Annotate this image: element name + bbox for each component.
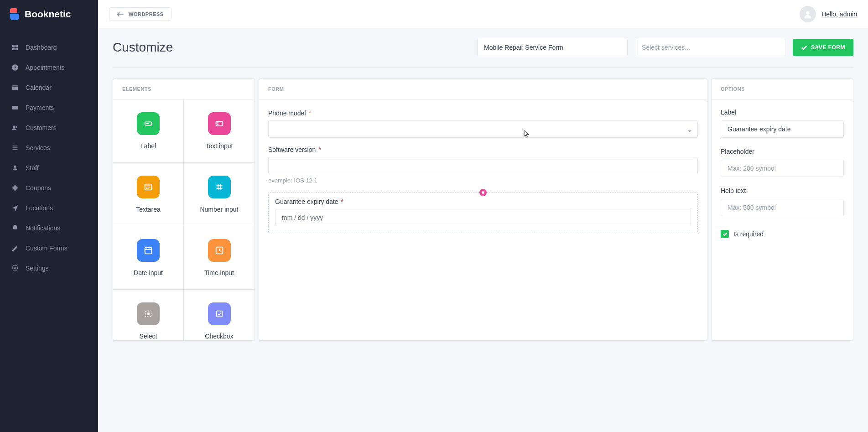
- textarea-icon: [137, 176, 160, 198]
- form-field-phone-model[interactable]: Phone model *: [268, 109, 698, 138]
- save-form-button[interactable]: SAVE FORM: [793, 39, 853, 56]
- option-helptext-label: Help text: [721, 187, 844, 194]
- element-time-input[interactable]: Time input: [184, 226, 255, 290]
- form-header: FORM: [259, 79, 707, 99]
- svg-point-3: [13, 125, 15, 128]
- services-select[interactable]: Select services...: [635, 39, 785, 56]
- sidebar-item-customers[interactable]: Customers: [0, 118, 98, 138]
- option-placeholder-label: Placeholder: [721, 148, 844, 155]
- option-helptext-input[interactable]: [721, 199, 844, 216]
- sidebar-item-custom-forms[interactable]: Custom Forms: [0, 238, 98, 258]
- form-panel: FORM Phone model *: [259, 78, 707, 341]
- text-input-icon: [208, 112, 231, 135]
- delete-field-button[interactable]: [479, 189, 487, 196]
- form-name-input[interactable]: [477, 39, 628, 56]
- nav-label: Appointments: [26, 64, 65, 71]
- nav-label: Locations: [26, 204, 53, 212]
- sidebar-item-dashboard[interactable]: Dashboard: [0, 37, 98, 57]
- elements-grid: Label Text input Textarea: [113, 99, 255, 340]
- svg-rect-16: [216, 311, 222, 317]
- option-label-input[interactable]: [721, 120, 844, 138]
- main-nav: Dashboard Appointments Calendar Payments…: [0, 28, 98, 278]
- user-greeting[interactable]: Hello, admin: [821, 10, 857, 18]
- panels-row: ELEMENTS Label Text input: [113, 78, 853, 341]
- sidebar-item-calendar[interactable]: Calendar: [0, 78, 98, 98]
- element-textarea[interactable]: Textarea: [113, 163, 184, 226]
- tile-label: Textarea: [136, 206, 161, 213]
- field-help-text: example: IOS 12.1: [268, 177, 698, 184]
- element-date-input[interactable]: Date input: [113, 226, 184, 290]
- tile-label: Text input: [206, 142, 233, 150]
- svg-point-7: [806, 11, 810, 14]
- back-arrow-icon: [117, 11, 124, 17]
- element-text-input[interactable]: Text input: [184, 99, 255, 163]
- field-label: Guarantee expiry date *: [275, 198, 691, 205]
- clock-icon: [11, 63, 19, 72]
- svg-rect-2: [12, 106, 18, 109]
- required-label: Is required: [733, 230, 764, 238]
- nav-label: Notifications: [26, 224, 60, 232]
- option-required-row: Is required: [721, 230, 844, 238]
- wp-label: WORDPRESS: [129, 11, 164, 17]
- required-checkbox[interactable]: [721, 230, 729, 238]
- svg-rect-15: [147, 312, 150, 315]
- page-header: Customize Select services... SAVE FORM: [113, 39, 853, 68]
- sidebar-item-staff[interactable]: Staff: [0, 158, 98, 178]
- coupons-icon: [11, 184, 19, 192]
- customers-icon: [11, 124, 19, 132]
- content: Customize Select services... SAVE FORM E…: [98, 28, 868, 432]
- elements-body[interactable]: Label Text input Textarea: [113, 99, 255, 340]
- save-label: SAVE FORM: [811, 44, 845, 51]
- option-label-label: Label: [721, 109, 844, 116]
- services-placeholder: Select services...: [642, 44, 690, 51]
- elements-header: ELEMENTS: [113, 79, 255, 99]
- field-label: Software version *: [268, 146, 698, 153]
- user-icon: [803, 9, 813, 19]
- field-input[interactable]: [275, 209, 691, 226]
- label-icon: [137, 112, 160, 135]
- nav-label: Settings: [26, 265, 49, 272]
- element-checkbox[interactable]: Checkbox: [184, 290, 255, 340]
- sidebar-item-settings[interactable]: Settings: [0, 258, 98, 278]
- services-icon: [11, 144, 19, 152]
- element-select[interactable]: Select: [113, 290, 184, 340]
- option-label-group: Label: [721, 109, 844, 138]
- form-field-software-version[interactable]: Software version * example: IOS 12.1: [268, 146, 698, 184]
- staff-icon: [11, 164, 19, 172]
- nav-label: Coupons: [26, 184, 51, 192]
- nav-label: Services: [26, 144, 50, 151]
- tile-label: Number input: [200, 206, 238, 213]
- sidebar-item-notifications[interactable]: Notifications: [0, 218, 98, 238]
- logo-icon: [10, 8, 19, 20]
- logo[interactable]: Booknetic: [0, 0, 98, 28]
- field-input[interactable]: [268, 120, 698, 138]
- sidebar-item-appointments[interactable]: Appointments: [0, 57, 98, 78]
- nav-label: Dashboard: [26, 44, 57, 51]
- svg-point-4: [16, 126, 17, 128]
- sidebar-item-services[interactable]: Services: [0, 138, 98, 158]
- option-helptext-group: Help text: [721, 187, 844, 216]
- tile-label: Date input: [134, 269, 163, 276]
- nav-label: Custom Forms: [26, 245, 68, 252]
- form-field-guarantee-date-selected[interactable]: Guarantee expiry date *: [268, 192, 698, 233]
- app-name: Booknetic: [25, 9, 71, 20]
- sidebar-item-locations[interactable]: Locations: [0, 198, 98, 218]
- element-label[interactable]: Label: [113, 99, 184, 163]
- sidebar-item-payments[interactable]: Payments: [0, 98, 98, 118]
- svg-rect-12: [145, 248, 152, 254]
- nav-label: Calendar: [26, 84, 52, 91]
- element-number-input[interactable]: Number input: [184, 163, 255, 226]
- wordpress-back-button[interactable]: WORDPRESS: [109, 7, 172, 21]
- date-icon: [137, 239, 160, 262]
- option-placeholder-group: Placeholder: [721, 148, 844, 177]
- check-icon: [801, 45, 807, 50]
- tile-label: Time input: [204, 269, 234, 276]
- svg-rect-1: [12, 85, 18, 90]
- sidebar-item-coupons[interactable]: Coupons: [0, 178, 98, 198]
- select-icon: [137, 302, 160, 325]
- field-input[interactable]: [268, 157, 698, 174]
- option-placeholder-input[interactable]: [721, 160, 844, 177]
- page-title: Customize: [113, 40, 173, 55]
- avatar[interactable]: [800, 6, 816, 22]
- options-header: OPTIONS: [712, 79, 853, 99]
